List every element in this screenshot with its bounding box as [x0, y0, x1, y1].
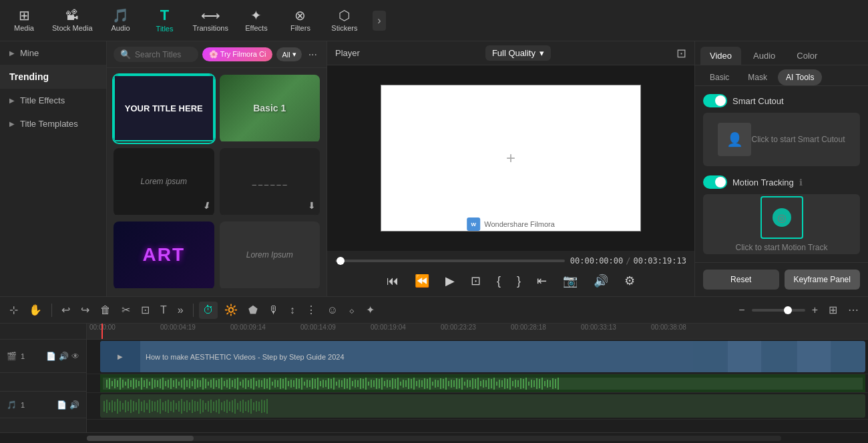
add-marker-button[interactable]: ⇤ [534, 271, 550, 291]
sidebar-item-trending[interactable]: Trending [0, 65, 106, 89]
audio-clip[interactable] [100, 394, 865, 418]
svg-rect-213 [213, 402, 214, 411]
toolbar-item-stickers[interactable]: ⬡ Stickers [329, 9, 361, 32]
tl-keyframe-button[interactable]: ⬦ [345, 302, 359, 319]
tl-hand-tool[interactable]: ✋ [25, 301, 46, 319]
sub-tab-ai-tools[interactable]: AI Tools [778, 69, 822, 85]
title-card-basic6[interactable]: Lorem ipsum ⬇ Basic 6 [114, 148, 214, 216]
timeline-scrollbar-thumb[interactable] [87, 436, 194, 441]
tl-audio-button[interactable]: 🎙 [264, 302, 283, 319]
title-card-art[interactable]: ART Art [114, 222, 214, 290]
fullscreen-icon[interactable]: ⊡ [676, 46, 686, 61]
view-options-button[interactable]: ⊞ [825, 301, 841, 319]
sidebar-item-mine[interactable]: ▶ Mine [0, 41, 106, 65]
tl-redo-button[interactable]: ↪ [77, 301, 93, 319]
tl-more-button[interactable]: » [174, 302, 188, 319]
playback-controls: ⏮ ⏪ ▶ ⊡ { } ⇤ 📷 🔊 ⚙ [335, 271, 686, 291]
tl-speed-button[interactable]: ⏱ [199, 302, 218, 319]
quality-select[interactable]: Full Quality ▾ [485, 45, 551, 61]
audio-icon: 🎵 [112, 9, 129, 22]
smart-cutout-thumbnail[interactable]: 👤 Click to start Smart Cutout [703, 113, 860, 166]
sidebar-item-title-effects[interactable]: ▶ Title Effects [0, 89, 106, 112]
more-view-button[interactable]: ⋯ [844, 301, 863, 319]
tl-delete-button[interactable]: 🗑 [96, 302, 115, 319]
progress-track[interactable] [335, 260, 565, 262]
tl-text-button[interactable]: T [156, 302, 171, 319]
audio-lock-icon[interactable]: 📄 [57, 400, 67, 410]
tl-split-button[interactable]: ⋮ [302, 301, 320, 319]
zoom-out-button[interactable]: − [734, 302, 748, 319]
toolbar-item-audio[interactable]: 🎵 Audio [105, 9, 137, 32]
tl-ai-button[interactable]: ✦ [362, 301, 379, 319]
tab-color[interactable]: Color [787, 47, 827, 65]
reset-button[interactable]: Reset [703, 270, 779, 290]
svg-rect-102 [376, 378, 377, 389]
video-thumbnails [693, 341, 865, 372]
keyframe-panel-button[interactable]: Keyframe Panel [785, 270, 861, 290]
title-card-default[interactable]: YOUR TITLE HERE Default Title [114, 75, 214, 143]
settings-button[interactable]: ⚙ [622, 271, 638, 291]
skip-back-button[interactable]: ⏮ [384, 272, 401, 291]
lorem-ipsum-preview: Lorem Ipsum [220, 222, 320, 288]
motion-tracking-toggle[interactable] [703, 175, 727, 189]
motion-tracking-thumbnail[interactable]: ◎ Click to start Motion Track [703, 194, 860, 254]
audio-vol-icon[interactable]: 🔊 [69, 400, 79, 410]
mark-out-button[interactable]: } [514, 272, 523, 291]
title-card-lorem-ipsum[interactable]: Lorem Ipsum Lorem Ipsum [220, 222, 320, 290]
play-button[interactable]: ▶ [443, 271, 457, 291]
sidebar-item-title-templates[interactable]: ▶ Title Templates [0, 112, 106, 135]
mark-in-button[interactable]: { [494, 272, 503, 291]
svg-rect-20 [157, 380, 158, 387]
timeline-scrollbar-area [0, 432, 868, 443]
motion-tracking-info-icon[interactable]: ℹ [799, 177, 803, 187]
time-display: 00:00:00:00 / 00:03:19:13 [570, 256, 686, 266]
title-card-basic1[interactable]: Basic 1 Basic 1 [220, 75, 320, 143]
filter-button[interactable]: All ▾ [276, 47, 301, 61]
video-eye-icon[interactable]: 👁 [71, 352, 79, 361]
playhead[interactable] [101, 324, 103, 339]
video-lock-icon[interactable]: 📄 [46, 352, 56, 361]
zoom-in-button[interactable]: + [808, 302, 822, 319]
svg-rect-94 [355, 380, 356, 388]
snapshot-button[interactable]: 📷 [560, 271, 580, 291]
more-options-button[interactable]: ··· [306, 47, 320, 62]
title-card-subtitle2[interactable]: _ _ _ _ _ _ ⬇ Subtitle 2 [220, 148, 320, 216]
tl-color-button[interactable]: 🔆 [220, 301, 242, 319]
toolbar-item-titles[interactable]: T Titles [149, 8, 181, 33]
tl-audio2-button[interactable]: ↕ [286, 302, 299, 319]
tab-video[interactable]: Video [700, 47, 741, 65]
video-audio-icon[interactable]: 🔊 [59, 352, 69, 361]
svg-rect-154 [515, 380, 516, 388]
sub-tab-mask[interactable]: Mask [740, 69, 775, 85]
tl-badge-button[interactable]: ⬟ [244, 301, 262, 319]
toolbar-item-stock-media[interactable]: 📽 Stock Media [52, 9, 93, 32]
tl-divider-1 [51, 304, 52, 317]
tl-cut-button[interactable]: ✂ [118, 301, 134, 319]
toolbar-item-transitions[interactable]: ⟷ Transitions [193, 9, 228, 32]
tab-audio[interactable]: Audio [744, 47, 785, 65]
search-input[interactable] [135, 50, 192, 59]
frame-back-button[interactable]: ⏪ [412, 271, 432, 291]
svg-rect-24 [168, 380, 169, 388]
svg-rect-42 [216, 380, 217, 387]
fullscreen-button[interactable]: ⊡ [468, 271, 483, 291]
tl-sticker-button[interactable]: ☺ [323, 302, 342, 319]
svg-rect-43 [218, 379, 220, 388]
sub-tab-basic[interactable]: Basic [702, 69, 737, 85]
smart-cutout-toggle[interactable] [703, 94, 727, 107]
progress-thumb[interactable] [337, 257, 345, 265]
toolbar-item-filters[interactable]: ⊗ Filters [284, 9, 316, 32]
tl-select-tool[interactable]: ⊹ [5, 301, 22, 319]
video-clip[interactable]: ▶ How to make AESTHETIC Videos - Step by… [100, 341, 865, 372]
toolbar-item-media[interactable]: ⊞ Media [8, 9, 40, 32]
toolbar-expand-button[interactable]: › [373, 11, 386, 31]
toolbar-item-effects[interactable]: ✦ Effects [240, 9, 272, 32]
tl-undo-button[interactable]: ↩ [57, 301, 74, 319]
audio-ctrl-button[interactable]: 🔊 [591, 271, 611, 291]
svg-rect-159 [528, 382, 529, 386]
try-filmora-button[interactable]: 🌸 Try Filmora Ci [202, 47, 273, 61]
zoom-thumb[interactable] [784, 306, 792, 314]
tl-crop-button[interactable]: ⊡ [137, 301, 154, 319]
timeline-scrollbar-track[interactable] [87, 436, 781, 441]
zoom-slider[interactable] [752, 309, 805, 312]
